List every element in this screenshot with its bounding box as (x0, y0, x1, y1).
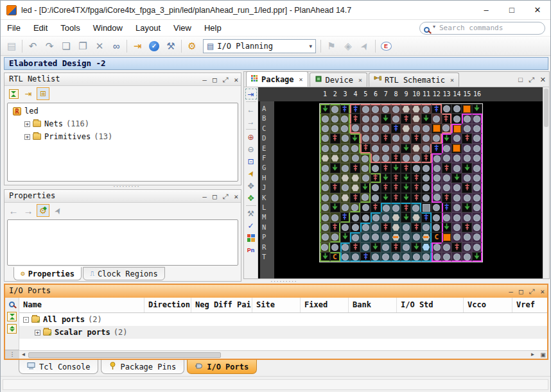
package-pin-cell[interactable] (442, 232, 452, 242)
package-pin-cell[interactable] (381, 232, 391, 242)
package-pin-cell[interactable] (472, 212, 482, 222)
package-pin-cell[interactable] (360, 203, 371, 212)
package-pin-cell[interactable] (421, 104, 432, 114)
maximize-panel-icon[interactable]: □ (518, 76, 523, 83)
package-pin-cell[interactable] (472, 232, 482, 242)
package-pin-cell[interactable] (340, 232, 351, 242)
close-button[interactable]: ✕ (525, 1, 550, 20)
package-pin-cell[interactable] (350, 173, 360, 183)
package-pin-cell[interactable] (451, 203, 462, 212)
package-pin-cell[interactable] (442, 243, 452, 252)
package-pin-cell[interactable] (350, 153, 360, 163)
column-header-name[interactable]: Name (19, 298, 144, 312)
package-pin-cell[interactable] (340, 163, 351, 173)
package-pin-cell[interactable] (330, 203, 340, 212)
package-pin-cell[interactable] (401, 243, 411, 252)
expand-all-icon[interactable] (7, 324, 17, 334)
package-pin-cell[interactable] (421, 183, 432, 192)
package-pin-cell[interactable] (360, 183, 371, 192)
package-pin-cell[interactable] (421, 144, 432, 153)
package-pin-cell[interactable] (451, 212, 462, 222)
package-pin-cell[interactable] (462, 223, 472, 232)
package-pin-cell[interactable] (472, 223, 482, 232)
menu-item-help[interactable]: Help (198, 20, 228, 37)
package-pin-cell[interactable] (320, 193, 330, 203)
package-pin-cell[interactable] (391, 104, 401, 114)
package-pin-cell[interactable] (411, 124, 421, 133)
package-pin-cell[interactable] (432, 243, 442, 252)
column-header-vref[interactable]: Vref (512, 298, 547, 312)
package-pin-cell[interactable] (442, 133, 452, 143)
column-header-bank[interactable]: Bank (349, 298, 397, 312)
copy-icon[interactable]: ❏ (58, 38, 74, 54)
package-pin-cell[interactable] (472, 144, 482, 153)
package-pin-cell[interactable] (340, 133, 351, 143)
zoom-out-icon[interactable]: ⊖ (245, 144, 257, 155)
package-pin-cell[interactable] (371, 203, 381, 212)
zoom-in-icon[interactable]: ⊕ (245, 132, 257, 142)
package-pin-cell[interactable] (371, 243, 381, 252)
package-pin-cell[interactable] (411, 183, 421, 192)
package-pin-cell[interactable] (472, 133, 482, 143)
package-pin-cell[interactable] (421, 252, 432, 262)
package-pin-cell[interactable] (350, 193, 360, 203)
float-panel-icon[interactable]: ⤢ (529, 76, 534, 84)
io-port-row[interactable]: -All ports(2) (19, 313, 547, 326)
package-pin-cell[interactable] (401, 114, 411, 123)
properties-view-icon[interactable]: ⚙◆ (37, 204, 49, 217)
package-pin-cell[interactable] (451, 193, 462, 203)
package-pin-cell[interactable] (391, 243, 401, 252)
close-panel-icon[interactable]: ✕ (540, 285, 545, 298)
package-pin-cell[interactable] (462, 183, 472, 192)
package-pin-cell[interactable] (360, 212, 371, 222)
package-pin-cell[interactable] (472, 193, 482, 203)
package-pin-cell[interactable] (371, 252, 381, 262)
package-pin-cell[interactable] (432, 114, 442, 123)
package-pin-cell[interactable] (411, 252, 421, 262)
package-pin-cell[interactable] (320, 252, 330, 262)
package-pin-cell[interactable] (350, 163, 360, 173)
package-pin-cell[interactable] (391, 193, 401, 203)
package-pin-cell[interactable] (330, 133, 340, 143)
package-pin-cell[interactable] (432, 173, 442, 183)
column-header-i-o-std[interactable]: I/O Std (397, 298, 464, 312)
package-pin-cell[interactable] (320, 212, 330, 222)
package-pin-cell[interactable] (360, 153, 371, 163)
package-pin-cell[interactable] (381, 114, 391, 123)
minimize-button[interactable]: – (473, 1, 499, 20)
package-pin-cell[interactable] (350, 252, 360, 262)
package-pin-cell[interactable] (462, 104, 472, 114)
package-pin-cell[interactable] (340, 124, 351, 133)
tab-clock-regions[interactable]: ⎍Clock Regions (83, 267, 165, 280)
package-pin-cell[interactable] (330, 173, 340, 183)
package-pin-cell[interactable] (371, 183, 381, 192)
package-pin-cell[interactable] (360, 252, 371, 262)
package-pin-cell[interactable] (421, 133, 432, 143)
collapse-all-icon[interactable] (7, 312, 17, 321)
package-pin-cell[interactable] (442, 252, 452, 262)
package-pin-cell[interactable] (350, 232, 360, 242)
package-pin-cell[interactable] (401, 163, 411, 173)
expand-icon[interactable]: + (35, 330, 40, 336)
package-pin-cell[interactable] (421, 124, 432, 133)
tab-tcl-console[interactable]: Tcl Console (19, 360, 98, 374)
place-ports-icon[interactable]: ⇥ (129, 38, 146, 54)
package-pin-cell[interactable] (350, 104, 360, 114)
package-pin-cell[interactable] (360, 232, 371, 242)
tab-package-pins[interactable]: Package Pins (101, 360, 184, 374)
package-pin-cell[interactable] (391, 114, 401, 123)
show-banks-icon[interactable] (245, 232, 257, 243)
package-pin-cell[interactable] (401, 212, 411, 222)
package-pin-cell[interactable] (401, 252, 411, 262)
package-pin-cell[interactable] (432, 144, 442, 153)
package-pin-cell[interactable] (381, 203, 391, 212)
package-pin-cell[interactable] (381, 144, 391, 153)
package-pin-cell[interactable] (411, 153, 421, 163)
maximize-panel-icon[interactable]: □ (213, 74, 217, 86)
group-by-hierarchy-icon[interactable]: ⊞ (37, 87, 49, 100)
package-pin-cell[interactable] (442, 193, 452, 203)
package-pin-cell[interactable] (421, 153, 432, 163)
package-pin-cell[interactable] (442, 153, 452, 163)
package-pin-cell[interactable] (371, 232, 381, 242)
package-pin-cell[interactable] (371, 163, 381, 173)
